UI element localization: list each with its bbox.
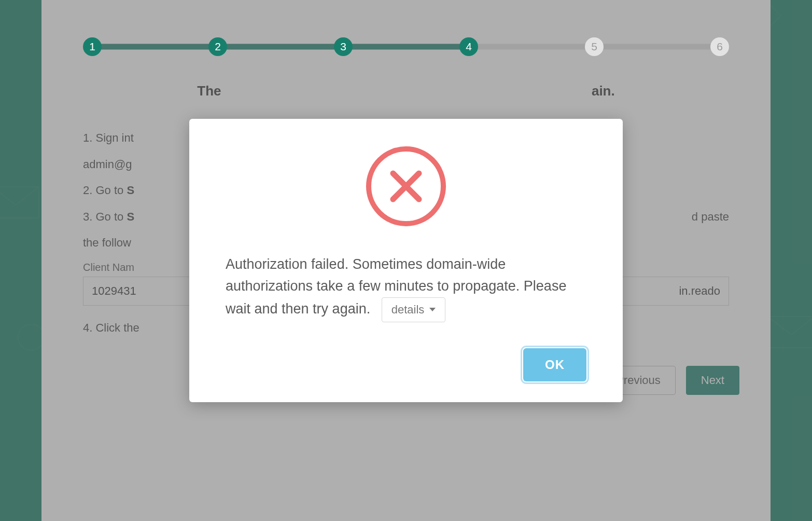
- error-modal: Authorization failed. Sometimes domain-w…: [189, 119, 623, 402]
- details-label: details: [391, 303, 425, 317]
- step-3[interactable]: 3: [334, 37, 353, 56]
- modal-overlay: Authorization failed. Sometimes domain-w…: [0, 0, 812, 521]
- step-6: 6: [710, 37, 729, 56]
- error-icon: [226, 145, 586, 228]
- step-1[interactable]: 1: [83, 37, 102, 56]
- step-4[interactable]: 4: [459, 37, 478, 56]
- step-5: 5: [585, 37, 604, 56]
- modal-actions: OK: [226, 348, 586, 381]
- modal-message-row: Authorization failed. Sometimes domain-w…: [226, 254, 586, 322]
- details-button[interactable]: details: [382, 297, 446, 322]
- ok-button[interactable]: OK: [523, 348, 586, 381]
- chevron-down-icon: [429, 308, 436, 311]
- step-2[interactable]: 2: [208, 37, 227, 56]
